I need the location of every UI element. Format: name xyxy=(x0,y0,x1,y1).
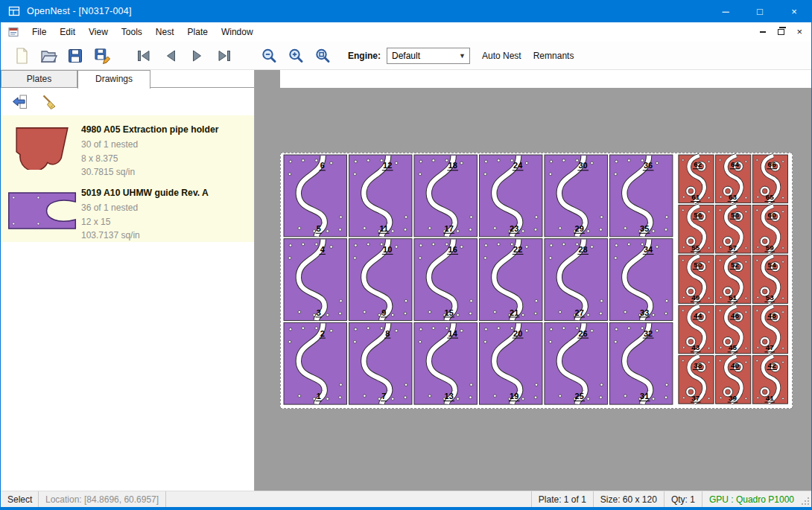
nested-part-pair-purple[interactable]: 21 xyxy=(284,322,347,404)
part-number: 26 xyxy=(579,329,588,338)
part-number: 30 xyxy=(579,161,588,170)
nested-part-pair-red[interactable]: 4241 xyxy=(752,356,787,404)
nested-part-pair-purple[interactable]: 1817 xyxy=(414,155,478,237)
assign-to-plate-button[interactable] xyxy=(8,92,31,112)
plate-sheet[interactable]: 6512111817242330293635431091615222128273… xyxy=(280,153,793,409)
close-button[interactable]: × xyxy=(777,0,811,22)
nested-part-pair-red[interactable]: 3837 xyxy=(679,356,714,404)
nested-part-pair-red[interactable]: 5251 xyxy=(716,255,751,304)
nested-part-pair-purple[interactable]: 1211 xyxy=(349,155,412,237)
mdi-restore-icon[interactable] xyxy=(778,29,784,35)
menu-file[interactable]: File xyxy=(25,23,53,41)
part-number: 60 xyxy=(768,211,777,219)
part-number: 8 xyxy=(385,329,390,338)
last-plate-button[interactable] xyxy=(211,44,238,68)
nested-part-pair-red[interactable]: 4039 xyxy=(716,356,751,404)
part-number: 12 xyxy=(383,161,392,170)
tab-drawings[interactable]: Drawings xyxy=(77,70,150,89)
list-item-drawing-2[interactable]: 5019 A10 UHMW guide Rev. A 36 of 1 neste… xyxy=(1,179,254,242)
nested-part-pair-purple[interactable]: 2019 xyxy=(479,322,542,404)
clear-nest-button[interactable] xyxy=(38,92,60,112)
drawing-thumbnail-purple xyxy=(4,182,81,239)
list-item-drawing-1[interactable]: 4980 A05 Extraction pipe holder 30 of 1 … xyxy=(1,115,254,179)
part-number: 10 xyxy=(383,245,392,254)
first-plate-button[interactable] xyxy=(130,44,157,68)
nested-part-pair-purple[interactable]: 43 xyxy=(284,239,347,321)
next-plate-button[interactable] xyxy=(184,44,211,68)
canvas-margin xyxy=(280,70,811,88)
zoom-fit-icon xyxy=(314,47,332,65)
nested-part-pair-purple[interactable]: 109 xyxy=(349,239,412,321)
zoom-out-button[interactable] xyxy=(256,44,282,68)
menu-edit[interactable]: Edit xyxy=(53,23,82,41)
mdi-close-icon[interactable]: × xyxy=(796,28,802,36)
part-number: 21 xyxy=(510,308,518,317)
status-mode: Select xyxy=(1,491,39,507)
save-button[interactable] xyxy=(62,44,89,68)
nested-part-pair-purple[interactable]: 87 xyxy=(349,322,412,404)
nested-part-pair-red[interactable]: 5453 xyxy=(752,255,787,304)
nested-part-pair-purple[interactable]: 2827 xyxy=(545,239,608,321)
minimize-button[interactable]: ─ xyxy=(708,0,743,22)
new-button[interactable] xyxy=(8,44,35,68)
nested-part-pair-purple[interactable]: 1615 xyxy=(414,239,478,321)
remnants-button[interactable]: Remnants xyxy=(527,46,580,66)
tab-plates[interactable]: Plates xyxy=(1,70,77,87)
menu-window[interactable]: Window xyxy=(215,23,260,41)
nested-part-pair-purple[interactable]: 3029 xyxy=(545,155,608,237)
part-number: 61 xyxy=(691,193,700,201)
save-icon xyxy=(66,47,84,65)
nested-part-pair-purple[interactable]: 65 xyxy=(284,155,347,237)
part-number: 5 xyxy=(317,224,321,233)
status-size: Size: 60 x 120 xyxy=(593,491,664,507)
part-number: 47 xyxy=(766,343,775,351)
previous-plate-button[interactable] xyxy=(157,44,184,68)
maximize-button[interactable]: □ xyxy=(743,0,777,22)
drawing-nested-count: 36 of 1 nested xyxy=(81,201,209,215)
drawing-area: 30.7815 sq/in xyxy=(81,165,218,179)
app-window: OpenNest - [N0317-004] ─ □ × File Edit V… xyxy=(0,0,812,510)
nested-part-pair-purple[interactable]: 3635 xyxy=(609,155,673,237)
nested-part-pair-purple[interactable]: 2423 xyxy=(479,155,542,237)
nested-part-pair-red[interactable]: 4443 xyxy=(679,305,714,354)
resize-grip[interactable] xyxy=(801,491,811,507)
zoom-in-button[interactable] xyxy=(282,44,309,68)
nested-part-pair-red[interactable]: 6059 xyxy=(752,205,787,253)
auto-nest-button[interactable]: Auto Nest xyxy=(476,46,527,66)
menu-tools[interactable]: Tools xyxy=(115,23,149,41)
app-icon xyxy=(8,5,20,17)
engine-label: Engine: xyxy=(348,51,381,61)
window-controls: ─ □ × xyxy=(708,0,811,22)
drawing-area: 103.7137 sq/in xyxy=(81,229,209,243)
save-as-button[interactable] xyxy=(89,44,115,68)
nested-part-pair-purple[interactable]: 2625 xyxy=(545,322,608,404)
nested-part-pair-purple[interactable]: 3231 xyxy=(609,322,673,404)
nested-part-pair-purple[interactable]: 2221 xyxy=(479,239,542,321)
menu-plate[interactable]: Plate xyxy=(181,23,215,41)
part-number: 25 xyxy=(575,392,584,401)
part-number: 44 xyxy=(694,311,702,319)
nested-part-pair-red[interactable]: 4645 xyxy=(716,305,751,354)
nest-canvas[interactable]: 6512111817242330293635431091615222128273… xyxy=(255,70,811,491)
status-plate: Plate: 1 of 1 xyxy=(531,491,593,507)
drawing-size: 8 x 8.375 xyxy=(81,152,218,166)
nested-part-pair-red[interactable]: 6665 xyxy=(752,155,787,203)
statusbar: Select Location: [84.8696, 60.6957] Plat… xyxy=(1,491,811,507)
mdi-minimize-icon[interactable] xyxy=(760,31,766,33)
part-number: 63 xyxy=(729,193,738,201)
menu-nest[interactable]: Nest xyxy=(149,23,181,41)
nested-part-pair-red[interactable]: 5049 xyxy=(679,255,714,304)
open-button[interactable] xyxy=(35,44,62,68)
nested-part-pair-purple[interactable]: 3433 xyxy=(609,239,673,321)
part-number: 45 xyxy=(729,343,738,351)
menu-view[interactable]: View xyxy=(82,23,115,41)
engine-select[interactable]: Default ▼ xyxy=(387,48,470,64)
nested-part-pair-red[interactable]: 6463 xyxy=(716,155,751,203)
drawing-size: 12 x 15 xyxy=(81,215,209,229)
nested-part-pair-red[interactable]: 5655 xyxy=(679,205,714,253)
nested-part-pair-red[interactable]: 5857 xyxy=(716,205,751,253)
nested-part-pair-red[interactable]: 4847 xyxy=(752,305,787,354)
nested-part-pair-red[interactable]: 6261 xyxy=(679,155,714,203)
nested-part-pair-purple[interactable]: 1413 xyxy=(414,322,478,404)
zoom-fit-button[interactable] xyxy=(309,44,336,68)
